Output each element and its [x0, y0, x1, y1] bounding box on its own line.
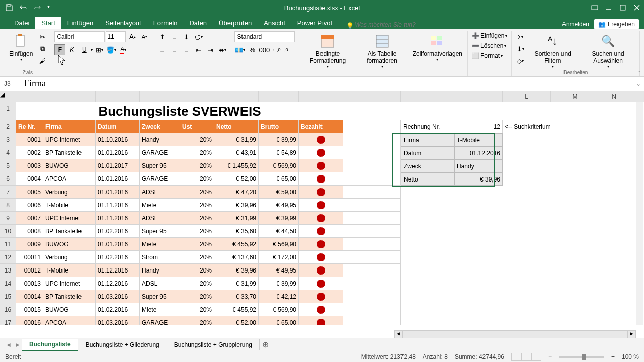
lookup-value[interactable]: 01.12.2016: [454, 146, 503, 159]
format-cells-button[interactable]: ⬜Format ▾: [471, 51, 508, 60]
minimize-icon[interactable]: [602, 0, 616, 15]
lookup-label[interactable]: Firma: [401, 133, 454, 146]
sheet-nav-prev-icon[interactable]: ◄: [4, 341, 13, 348]
zoom-in-icon[interactable]: +: [611, 353, 615, 360]
cut-icon[interactable]: ✂: [37, 31, 48, 42]
align-center-icon[interactable]: ≡: [169, 44, 180, 55]
decrease-indent-icon[interactable]: ⇤: [193, 44, 204, 55]
row-header[interactable]: 11: [0, 238, 16, 251]
increase-decimal-icon[interactable]: ←,0: [271, 44, 282, 55]
tab-ansicht[interactable]: Ansicht: [258, 17, 291, 29]
zoom-slider[interactable]: [559, 356, 604, 358]
add-sheet-icon[interactable]: ⊕: [260, 340, 272, 349]
ribbon-display-icon[interactable]: [588, 0, 602, 15]
row-header[interactable]: 1: [0, 102, 16, 120]
merge-icon[interactable]: ⬌▾: [217, 44, 228, 55]
underline-button[interactable]: U: [78, 44, 90, 55]
header-ust[interactable]: Ust: [180, 120, 214, 133]
signin-link[interactable]: Anmelden: [562, 21, 589, 28]
table-row[interactable]: 00012T-Mobile01.12.2016Handy20%€ 39,96€ …: [16, 264, 644, 277]
tell-me-input[interactable]: [354, 20, 424, 29]
bold-button[interactable]: F: [54, 44, 65, 55]
row-header[interactable]: 13: [0, 264, 16, 277]
qat-dropdown-icon[interactable]: ▾: [47, 4, 55, 12]
vertical-scrollbar[interactable]: [636, 102, 643, 325]
undo-icon[interactable]: [19, 4, 27, 12]
name-box[interactable]: J3: [0, 78, 18, 89]
table-row[interactable]: 00011Verbung01.02.2016Strom20%€ 137,60€ …: [16, 251, 644, 264]
col-header[interactable]: [343, 91, 401, 102]
autosum-icon[interactable]: Σ▾: [515, 31, 526, 42]
row-header[interactable]: 15: [0, 290, 16, 303]
font-size-select[interactable]: [106, 31, 126, 42]
lookup-value[interactable]: Handy: [454, 159, 503, 172]
col-header[interactable]: [180, 91, 214, 102]
align-middle-icon[interactable]: ≡: [169, 31, 180, 42]
italic-button[interactable]: K: [66, 44, 77, 55]
header-netto[interactable]: Netto: [214, 120, 259, 133]
view-normal-icon[interactable]: [511, 353, 521, 361]
table-row[interactable]: 00015BUWOG01.02.2016Miete20%€ 455,92€ 56…: [16, 303, 644, 316]
tab-seitenlayout[interactable]: Seitenlayout: [99, 17, 147, 29]
lookup-value[interactable]: € 39,96: [454, 172, 503, 186]
align-left-icon[interactable]: ≡: [156, 44, 168, 55]
border-icon[interactable]: ⊞▾: [94, 44, 105, 55]
close-icon[interactable]: [630, 0, 644, 15]
col-header[interactable]: [401, 91, 454, 102]
increase-font-icon[interactable]: A▴: [127, 31, 138, 42]
conditional-format-button[interactable]: Bedingte Formatierung▾: [301, 31, 354, 70]
table-row[interactable]: 0007UPC Internet01.11.2016ADSL20%€ 31,99…: [16, 212, 644, 225]
decrease-decimal-icon[interactable]: ,0→: [283, 44, 294, 55]
header-datum[interactable]: Datum: [96, 120, 140, 133]
paste-button[interactable]: Einfügen▾: [7, 31, 35, 63]
lookup-rechnung-label[interactable]: Rechnung Nr.: [401, 120, 454, 133]
row-header[interactable]: 16: [0, 303, 16, 316]
copy-icon[interactable]: ⧉: [37, 43, 48, 54]
row-header[interactable]: 8: [0, 199, 16, 212]
tab-einfuegen[interactable]: Einfügen: [61, 17, 99, 29]
collapse-ribbon-icon[interactable]: ˄: [638, 70, 641, 77]
scroll-left-icon[interactable]: ◄: [394, 330, 403, 338]
row-header[interactable]: 3: [0, 133, 16, 146]
sheet-tab-1[interactable]: Buchungsliste: [22, 339, 78, 351]
delete-cells-button[interactable]: ➖Löschen ▾: [471, 41, 508, 50]
share-button[interactable]: 👥Freigeben: [594, 19, 639, 29]
zoom-level[interactable]: 100 %: [622, 353, 639, 360]
maximize-icon[interactable]: [616, 0, 630, 15]
view-pagebreak-icon[interactable]: [531, 353, 541, 361]
align-bottom-icon[interactable]: ⬇: [181, 31, 192, 42]
row-header[interactable]: 9: [0, 212, 16, 225]
header-bezahlt[interactable]: Bezahlt: [299, 120, 343, 133]
fill-color-icon[interactable]: 🪣▾: [106, 44, 117, 55]
row-header[interactable]: 12: [0, 251, 16, 264]
table-row[interactable]: 00013UPC Internet01.12.2016ADSL20%€ 31,9…: [16, 277, 644, 290]
tab-datei[interactable]: Datei: [8, 17, 35, 29]
sheet-tab-2[interactable]: Buchungsliste + Gliederung: [78, 339, 167, 350]
format-table-button[interactable]: Als Tabelle formatieren▾: [356, 31, 409, 70]
horizontal-scrollbar[interactable]: ◄ ►: [394, 330, 636, 339]
header-firma[interactable]: Firma: [43, 120, 96, 133]
row-header[interactable]: 6: [0, 172, 16, 186]
table-row[interactable]: 0006T-Mobile01.11.2016Miete20%€ 39,96€ 4…: [16, 199, 644, 212]
cell-styles-button[interactable]: Zellformatvorlagen▾: [411, 31, 464, 63]
col-header[interactable]: [299, 91, 343, 102]
col-header[interactable]: [214, 91, 259, 102]
sort-filter-button[interactable]: ᴬ↓Sortieren und Filtern▾: [528, 31, 578, 70]
zoom-out-icon[interactable]: −: [548, 353, 552, 360]
sheet-tab-3[interactable]: Buchungsliste + Gruppierung: [167, 339, 260, 350]
col-header[interactable]: [140, 91, 180, 102]
col-header[interactable]: M: [551, 91, 599, 102]
table-row[interactable]: 0003BUWOG01.01.2017Super 9520%€ 1.455,92…: [16, 159, 644, 172]
font-color-icon[interactable]: A▾: [118, 44, 129, 55]
orientation-icon[interactable]: ⭯▾: [193, 31, 204, 42]
tab-ueberpruefen[interactable]: Überprüfen: [213, 17, 258, 29]
col-header[interactable]: N: [599, 91, 629, 102]
tab-daten[interactable]: Daten: [183, 17, 213, 29]
row-header[interactable]: 5: [0, 159, 16, 172]
fill-icon[interactable]: ⬇▾: [515, 43, 526, 54]
view-pagelayout-icon[interactable]: [521, 353, 531, 361]
format-painter-icon[interactable]: 🖌: [37, 55, 48, 66]
lookup-label[interactable]: Datum: [401, 146, 454, 159]
align-top-icon[interactable]: ⬆: [156, 31, 168, 42]
row-header[interactable]: 10: [0, 225, 16, 238]
